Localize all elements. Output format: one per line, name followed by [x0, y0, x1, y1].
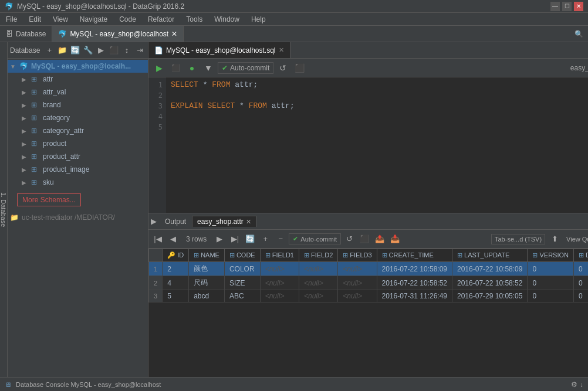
tree-item-product-image[interactable]: ▶ ⊞ product_image	[8, 163, 148, 176]
expand-button[interactable]: ⇥	[134, 44, 146, 57]
tree-collapse-icon: ▶	[22, 141, 31, 147]
cell-field3: <null>	[338, 262, 377, 276]
cell-deleted: 0	[573, 262, 588, 276]
table-row[interactable]: 2 4 尺码 SIZE <null> <null> <null> 2016-07…	[149, 276, 589, 290]
view-query-button[interactable]: View Query	[564, 236, 588, 243]
tsv-selector[interactable]: Tab-se...d (TSV)	[491, 234, 545, 244]
maximize-button[interactable]: ☐	[562, 2, 572, 11]
explain-button[interactable]: ▼	[201, 61, 215, 75]
data-table[interactable]: 🔑ID ⊞NAME ⊞CODE ⊞FIELD1 ⊞FIELD2 ⊞FIELD3 …	[148, 249, 588, 377]
result-autocommit-toggle[interactable]: ✔ Auto-commit	[289, 233, 341, 244]
tab-database[interactable]: 🗄 Database	[0, 26, 52, 42]
refresh-data-button[interactable]: 🔄	[243, 232, 257, 246]
cell-id: 2	[163, 262, 189, 276]
row-num: 2	[149, 276, 163, 290]
run-file-button[interactable]: ⬛	[168, 61, 183, 75]
menu-help[interactable]: Help	[248, 14, 269, 25]
more-schemas-button[interactable]: More Schemas...	[17, 193, 81, 206]
table-row[interactable]: 1 2 颜色 COLOR <null> <null> <null> 2016-0…	[149, 262, 589, 276]
close-button[interactable]: ✕	[574, 2, 583, 11]
settings-button[interactable]: 🔧	[82, 44, 94, 57]
add-row-button[interactable]: +	[258, 232, 272, 246]
top-tab-bar: 🗄 Database 🐬 MySQL - easy_shop@localhost…	[0, 26, 588, 42]
easy-shop-attr-tab[interactable]: easy_shop.attr ✕	[192, 216, 256, 227]
menu-edit[interactable]: Edit	[25, 14, 45, 25]
table-icon: ⊞	[31, 178, 40, 186]
output-tab[interactable]: Output	[160, 216, 191, 227]
result-stop-button[interactable]: ⬛	[357, 232, 371, 246]
mysql-icon: 🐬	[58, 30, 67, 38]
menu-navigate[interactable]: Navigate	[76, 14, 111, 25]
nav-last-button[interactable]: ▶|	[228, 232, 242, 246]
result-tabs-bar: ▶ Output easy_shop.attr ✕ ⚙ ↓	[148, 213, 588, 230]
table-icon: ⊞	[31, 114, 40, 122]
nav-next-button[interactable]: ▶	[212, 232, 227, 246]
col-header-last-update: ⊞LAST_UPDATE	[452, 249, 528, 262]
database-panel-tab[interactable]: 1. Database	[0, 42, 8, 377]
tree-item-grayed[interactable]: 📁 uc-test-mediator /MEDIATOR/	[8, 211, 148, 224]
row-num-header	[149, 249, 163, 262]
cell-field1: <null>	[260, 262, 299, 276]
tree-item-sku[interactable]: ▶ ⊞ sku	[8, 176, 148, 189]
nav-first-button[interactable]: |◀	[151, 232, 165, 246]
nav-prev-button[interactable]: ◀	[166, 232, 180, 246]
editor-toolbar: ▶ ⬛ ● ▼ ✔ Auto-commit ↺ ⬛ easy_shop ▼	[148, 59, 588, 77]
sort-button[interactable]: ↕	[121, 44, 133, 57]
tab-close-icon[interactable]: ✕	[246, 218, 251, 226]
run-query-button[interactable]: ▶	[152, 61, 166, 75]
result-undo-button[interactable]: ↺	[342, 232, 356, 246]
menu-window[interactable]: Window	[211, 14, 243, 25]
table-icon: ⊞	[31, 165, 40, 174]
menu-tools[interactable]: Tools	[183, 14, 206, 25]
tree-collapse-icon: ▶	[22, 166, 31, 173]
editor-content[interactable]: SELECT * FROM attr; EXPLAIN SELECT * FRO…	[166, 77, 588, 213]
console-export-button[interactable]: ↓	[580, 380, 583, 389]
table-row[interactable]: 3 5 abcd ABC <null> <null> <null> 2016-0…	[149, 290, 589, 302]
result-import-btn[interactable]: 📥	[388, 232, 402, 246]
col-header-id: 🔑ID	[163, 249, 189, 262]
run-button[interactable]: ▶	[95, 44, 107, 57]
code-line-4	[171, 111, 588, 122]
add-db-button[interactable]: +	[43, 44, 55, 57]
stop-button2[interactable]: ⬛	[292, 61, 306, 75]
result-export-btn[interactable]: 📤	[373, 232, 387, 246]
search-button[interactable]: 🔍	[570, 26, 588, 42]
tree-item-product[interactable]: ▶ ⊞ product	[8, 137, 148, 150]
cell-field2: <null>	[299, 276, 337, 290]
editor-tab-close-icon[interactable]: ✕	[279, 46, 284, 54]
result-right-tools: Tab-se...d (TSV) ⬆ View Query ⚙	[491, 232, 588, 246]
console-settings-button[interactable]: ⚙	[571, 380, 577, 389]
tree-root-item[interactable]: ▼ 🐬 MySQL - easy_shop@localh...	[8, 60, 148, 73]
code-line-1: SELECT * FROM attr;	[171, 80, 588, 90]
stop-query-button[interactable]: ●	[185, 61, 199, 75]
cell-field2: <null>	[299, 262, 337, 276]
col-header-create-time: ⊞CREATE_TIME	[377, 249, 452, 262]
delete-row-button[interactable]: −	[273, 232, 288, 246]
refresh-button[interactable]: 🔄	[69, 44, 81, 57]
table-icon: ⊞	[31, 88, 40, 96]
editor-tab-sql[interactable]: 📄 MySQL - easy_shop@localhost.sql ✕	[148, 42, 290, 58]
tree-item-product-attr[interactable]: ▶ ⊞ product_attr	[8, 150, 148, 163]
schema-selector[interactable]: easy_shop ▼	[567, 63, 588, 73]
tree-item-category[interactable]: ▶ ⊞ category	[8, 111, 148, 124]
tree-item-category-attr[interactable]: ▶ ⊞ category_attr	[8, 124, 148, 137]
tree-item-attr-val[interactable]: ▶ ⊞ attr_val	[8, 86, 148, 98]
autocommit-toggle[interactable]: ✔ Auto-commit	[218, 62, 273, 74]
folder-button[interactable]: 📁	[56, 44, 68, 57]
menu-refactor[interactable]: Refactor	[144, 14, 178, 25]
tree-item-brand[interactable]: ▶ ⊞ brand	[8, 98, 148, 111]
tree-collapse-icon: ▶	[22, 102, 31, 108]
tsv-export-button[interactable]: ⬆	[548, 232, 562, 246]
tab-close-icon[interactable]: ✕	[171, 30, 177, 38]
minimize-button[interactable]: —	[550, 2, 560, 11]
result-data-toolbar: |◀ ◀ 3 rows ▶ ▶| 🔄 + − ✔ Auto-commit ↺ ⬛…	[148, 230, 588, 249]
menu-code[interactable]: Code	[116, 14, 140, 25]
cell-field1: <null>	[260, 276, 299, 290]
tree-item-attr[interactable]: ▶ ⊞ attr	[8, 73, 148, 86]
undo-button[interactable]: ↺	[276, 61, 290, 75]
stop-button[interactable]: ⬛	[108, 44, 120, 57]
cell-name: abcd	[189, 290, 225, 302]
menu-file[interactable]: File	[2, 14, 21, 25]
tab-mysql-console[interactable]: 🐬 MySQL - easy_shop@localhost ✕	[52, 26, 184, 42]
menu-view[interactable]: View	[49, 14, 72, 25]
